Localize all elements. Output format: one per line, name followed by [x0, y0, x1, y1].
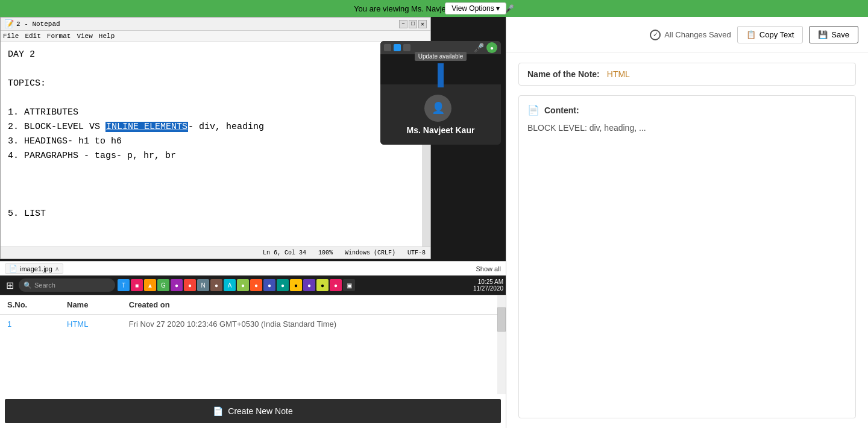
- clock-date: 11/27/2020: [473, 285, 503, 292]
- menu-edit[interactable]: Edit: [25, 33, 40, 40]
- notepad-maximize[interactable]: □: [409, 20, 417, 28]
- content-blank5: [8, 192, 423, 207]
- notes-table: S.No. Name Created on 1 HTML Fri Nov 27 …: [0, 295, 506, 333]
- popup-btn2[interactable]: [394, 44, 401, 51]
- search-icon: 🔍: [24, 282, 32, 289]
- notepad-title: 2 - Notepad: [16, 20, 60, 28]
- menu-help[interactable]: Help: [99, 33, 115, 40]
- content-doc-icon: 📄: [527, 104, 539, 116]
- save-icon: 💾: [818, 30, 828, 39]
- note-form: Name of the Note: HTML 📄 Content: BLOCK …: [506, 53, 868, 428]
- col-created: Created on: [122, 295, 506, 315]
- taskbar-icon-4[interactable]: G: [157, 279, 169, 291]
- menu-format[interactable]: Format: [47, 33, 71, 40]
- menu-file[interactable]: File: [3, 33, 19, 40]
- copy-text-label: Copy Text: [760, 30, 794, 39]
- table-scrollbar[interactable]: [497, 295, 506, 394]
- notepad-minimize[interactable]: –: [399, 20, 407, 28]
- copy-text-button[interactable]: 📋 Copy Text: [737, 26, 804, 43]
- left-bottom: 📄 image1.jpg ∧ Show all ⊞ 🔍 Search T ■ ▲…: [0, 261, 506, 428]
- create-note-icon: 📄: [213, 406, 223, 416]
- save-button[interactable]: 💾 Save: [809, 26, 858, 43]
- item2-highlight: INLINE ELEMENTS: [105, 122, 188, 132]
- row-sno: 1: [0, 315, 60, 334]
- taskbar-icon-3[interactable]: ▲: [144, 279, 156, 291]
- taskbar-icon-12[interactable]: ●: [263, 279, 275, 291]
- clock-time: 10:25 AM: [473, 279, 503, 285]
- notes-table-panel: S.No. Name Created on 1 HTML Fri Nov 27 …: [0, 295, 506, 394]
- note-name-row: Name of the Note: HTML: [518, 63, 856, 86]
- screen-share-area: Recording 📝 2 - Notepad – □ ✕ File: [0, 17, 506, 261]
- row-created: Fri Nov 27 2020 10:23:46 GMT+0530 (India…: [122, 315, 506, 334]
- content-blank3: [8, 163, 423, 178]
- upload-badge: Update available: [415, 52, 467, 61]
- top-bar: You are viewing Ms. Navjeet Kaur's scree…: [0, 0, 868, 17]
- content-blank2: [8, 91, 423, 105]
- search-placeholder: Search: [34, 282, 55, 289]
- level-bar: [438, 63, 444, 87]
- popup-status-icon: ●: [486, 42, 497, 53]
- content-item1: 1. ATTRIBUTES: [8, 105, 423, 120]
- create-new-note-button[interactable]: 📄 Create New Note: [5, 399, 501, 423]
- left-panel: Recording 📝 2 - Notepad – □ ✕ File: [0, 17, 506, 428]
- taskbar-icon-9[interactable]: A: [224, 279, 236, 291]
- download-filename: image1.jpg: [20, 265, 52, 272]
- windows-taskbar: ⊞ 🔍 Search T ■ ▲ G ● ● N ● A ● ●: [0, 275, 506, 295]
- taskbar-icon-2[interactable]: ■: [131, 279, 143, 291]
- show-all-link[interactable]: Show all: [476, 265, 501, 272]
- popup-btn3[interactable]: [403, 44, 410, 51]
- item2-prefix: 2. BLOCK-LEVEL VS: [8, 122, 105, 132]
- download-item[interactable]: 📄 image1.jpg ∧: [5, 263, 63, 274]
- content-item5: 5. LIST: [8, 207, 423, 221]
- item2-suffix: - div, heading: [188, 122, 264, 132]
- row-name[interactable]: HTML: [60, 315, 122, 334]
- view-options-button[interactable]: View Options ▾: [445, 2, 506, 14]
- taskbar-icon-10[interactable]: ●: [237, 279, 249, 291]
- note-name-label: Name of the Note:: [527, 69, 600, 79]
- table-scrollbar-thumb[interactable]: [497, 307, 506, 332]
- taskbar-icon-1[interactable]: T: [118, 279, 130, 291]
- notepad-close[interactable]: ✕: [418, 20, 427, 28]
- save-label: Save: [831, 30, 849, 39]
- notepad-menu: File Edit Format View Help: [1, 31, 430, 42]
- downloads-bar: 📄 image1.jpg ∧ Show all: [0, 261, 506, 275]
- content-blank1: [8, 62, 423, 77]
- taskbar-icons-row: T ■ ▲ G ● ● N ● A ● ● ● ● ● ● ● ●: [118, 279, 355, 291]
- check-circle-icon: ✓: [650, 30, 661, 40]
- taskbar-icon-16[interactable]: ●: [316, 279, 329, 291]
- participant-name: Ms. Navjeet Kaur: [407, 125, 475, 135]
- participant-avatar: 👤: [424, 95, 451, 122]
- taskbar-icon-5[interactable]: ●: [171, 279, 183, 291]
- taskbar-icon-8[interactable]: ●: [210, 279, 222, 291]
- taskbar-icon-13[interactable]: ●: [277, 279, 289, 291]
- copy-text-icon: 📋: [746, 30, 756, 39]
- notepad-content-area: DAY 2 TOPICS: 1. ATTRIBUTES 2. BLOCK-LEV…: [1, 42, 430, 247]
- right-header: ✓ All Changes Saved 📋 Copy Text 💾 Save: [506, 17, 868, 53]
- taskbar-icon-14[interactable]: ●: [290, 279, 302, 291]
- status-zoom: 100%: [318, 250, 333, 256]
- main-layout: Recording 📝 2 - Notepad – □ ✕ File: [0, 17, 868, 428]
- content-item3: 3. HEADINGS- h1 to h6: [8, 134, 423, 149]
- download-arrow: ∧: [55, 265, 59, 272]
- participant-info: 👤 Ms. Navjeet Kaur: [380, 84, 501, 145]
- taskbar-icon-11[interactable]: ●: [250, 279, 262, 291]
- menu-view[interactable]: View: [77, 33, 92, 40]
- status-line-ending: Windows (CRLF): [345, 250, 395, 256]
- col-name: Name: [60, 295, 122, 315]
- popup-mic-icon: 🎤: [474, 43, 484, 52]
- content-item2: 2. BLOCK-LEVEL VS INLINE ELEMENTS- div, …: [8, 120, 423, 134]
- notepad-statusbar: Ln 6, Col 34 100% Windows (CRLF) UTF-8: [1, 247, 430, 259]
- taskbar-icon-17[interactable]: ●: [330, 279, 342, 291]
- taskbar-icon-7[interactable]: N: [197, 279, 209, 291]
- taskbar-icon-6[interactable]: ●: [184, 279, 196, 291]
- content-text-value: BLOCK LEVEL: div, heading, ...: [527, 123, 847, 133]
- participant-video-area: Update available ✕: [380, 54, 501, 84]
- taskbar-icon-15[interactable]: ●: [303, 279, 315, 291]
- search-box[interactable]: 🔍 Search: [19, 279, 115, 292]
- start-button[interactable]: ⊞: [4, 279, 16, 292]
- table-header-row: S.No. Name Created on: [0, 295, 506, 315]
- taskbar-icon-18[interactable]: ▣: [343, 279, 355, 291]
- col-sno: S.No.: [0, 295, 60, 315]
- popup-btn1[interactable]: [384, 44, 391, 51]
- content-label: Content:: [544, 105, 579, 115]
